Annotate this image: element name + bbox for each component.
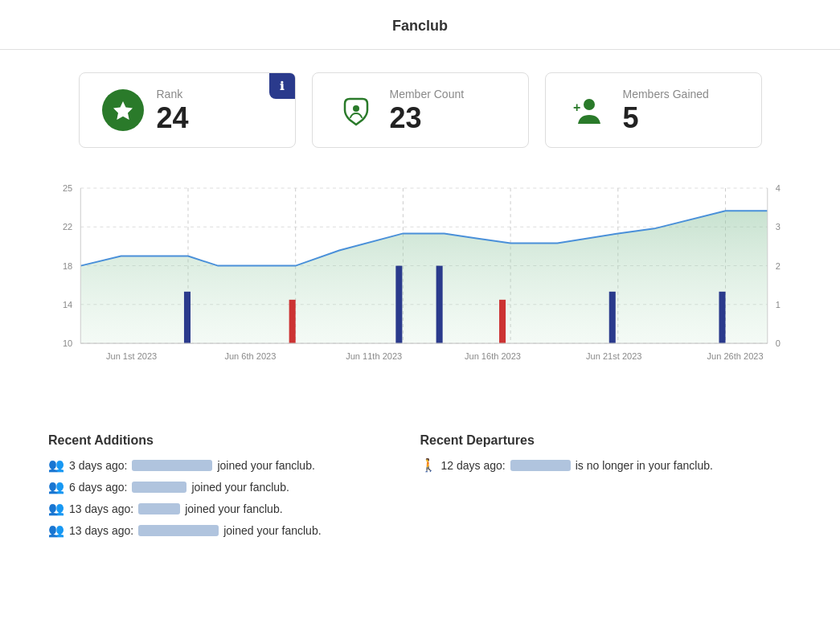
- svg-text:4: 4: [776, 183, 781, 193]
- recent-departure-item-1: 🚶 12 days ago: is no longer in your fanc…: [420, 457, 793, 473]
- bar-addition-3: [436, 266, 443, 344]
- chart-svg: 25 22 18 14 10 4 3 2 1 0: [40, 172, 800, 398]
- svg-text:Jun 26th 2023: Jun 26th 2023: [707, 351, 764, 361]
- recent-addition-item-4: 👥 13 days ago: joined your fanclub.: [48, 523, 420, 538]
- recent-additions-col: Recent Additions 👥 3 days ago: joined yo…: [48, 433, 420, 544]
- recent-addition-item-3: 👥 13 days ago: joined your fanclub.: [48, 501, 420, 516]
- svg-point-1: [353, 105, 359, 112]
- departure-username-1: [510, 460, 571, 471]
- svg-text:Jun 16th 2023: Jun 16th 2023: [465, 351, 521, 361]
- recent-departures-col: Recent Departures 🚶 12 days ago: is no l…: [420, 433, 793, 544]
- bar-addition-5: [719, 292, 725, 343]
- rank-icon: [102, 89, 144, 131]
- page-title: Fanclub: [0, 0, 840, 50]
- members-gained-card: + Members Gained 5: [545, 72, 762, 148]
- addition-time-1: 3 days ago:: [69, 459, 127, 472]
- bar-addition-4: [609, 292, 616, 343]
- add-person-icon-3: 👥: [48, 501, 64, 516]
- recent-addition-item-1: 👥 3 days ago: joined your fanclub.: [48, 457, 420, 473]
- svg-text:+: +: [573, 100, 580, 114]
- member-count-icon: [335, 89, 377, 131]
- svg-text:Jun 11th 2023: Jun 11th 2023: [346, 351, 402, 361]
- chart-container: 25 22 18 14 10 4 3 2 1 0: [40, 172, 800, 401]
- departure-suffix-1: is no longer in your fanclub.: [576, 459, 713, 472]
- member-count-card: Member Count 23: [312, 72, 529, 148]
- svg-point-2: [584, 99, 595, 110]
- stats-row: Rank 24 ℹ Member Count 23 + Mem: [0, 50, 840, 164]
- svg-marker-0: [113, 101, 133, 120]
- recent-additions-heading: Recent Additions: [48, 433, 420, 448]
- members-gained-text: Members Gained 5: [623, 88, 709, 133]
- members-gained-value: 5: [623, 104, 709, 133]
- recent-section: Recent Additions 👥 3 days ago: joined yo…: [0, 425, 840, 568]
- page-header: Fanclub: [0, 0, 840, 50]
- member-count-text: Member Count 23: [390, 88, 465, 133]
- rank-label: Rank: [157, 88, 189, 100]
- chart-area: [80, 211, 768, 343]
- departure-icon-1: 🚶: [420, 457, 436, 473]
- member-count-label: Member Count: [390, 88, 465, 100]
- member-count-value: 23: [390, 104, 465, 133]
- rank-card: Rank 24 ℹ: [79, 72, 296, 148]
- username-blur-4: [138, 525, 219, 536]
- addition-suffix-3: joined your fanclub.: [185, 502, 282, 515]
- rank-text: Rank 24: [157, 88, 189, 133]
- addition-time-4: 13 days ago:: [69, 524, 133, 537]
- bar-addition-2: [395, 266, 402, 344]
- svg-text:25: 25: [63, 183, 72, 193]
- info-badge[interactable]: ℹ: [269, 73, 295, 99]
- svg-text:Jun 21st 2023: Jun 21st 2023: [586, 351, 641, 361]
- svg-text:10: 10: [63, 338, 72, 348]
- bar-departure-1: [289, 300, 296, 343]
- bar-departure-2: [499, 300, 506, 343]
- add-person-icon-2: 👥: [48, 479, 64, 494]
- svg-text:Jun 6th 2023: Jun 6th 2023: [224, 351, 276, 361]
- svg-text:Jun 1st 2023: Jun 1st 2023: [106, 351, 157, 361]
- addition-time-2: 6 days ago:: [69, 481, 127, 494]
- addition-time-3: 13 days ago:: [69, 502, 133, 515]
- addition-suffix-4: joined your fanclub.: [223, 524, 321, 537]
- username-blur-2: [132, 482, 186, 493]
- addition-suffix-1: joined your fanclub.: [217, 459, 314, 472]
- members-gained-icon: +: [568, 89, 610, 131]
- rank-value: 24: [157, 104, 189, 133]
- recent-departures-heading: Recent Departures: [420, 433, 793, 448]
- add-person-icon-1: 👥: [48, 457, 64, 473]
- svg-text:14: 14: [63, 300, 72, 310]
- bar-addition-1: [184, 292, 191, 343]
- username-blur-3: [138, 503, 180, 514]
- username-blur-1: [132, 460, 212, 471]
- svg-text:22: 22: [63, 222, 72, 232]
- svg-text:3: 3: [776, 222, 781, 232]
- svg-text:18: 18: [63, 261, 72, 271]
- departure-time-1: 12 days ago:: [441, 459, 506, 472]
- svg-text:1: 1: [776, 300, 781, 310]
- svg-text:2: 2: [776, 261, 781, 271]
- add-person-icon-4: 👥: [48, 523, 64, 538]
- svg-text:0: 0: [776, 338, 781, 348]
- members-gained-label: Members Gained: [623, 88, 709, 100]
- recent-addition-item-2: 👥 6 days ago: joined your fanclub.: [48, 479, 420, 494]
- addition-suffix-2: joined your fanclub.: [191, 481, 289, 494]
